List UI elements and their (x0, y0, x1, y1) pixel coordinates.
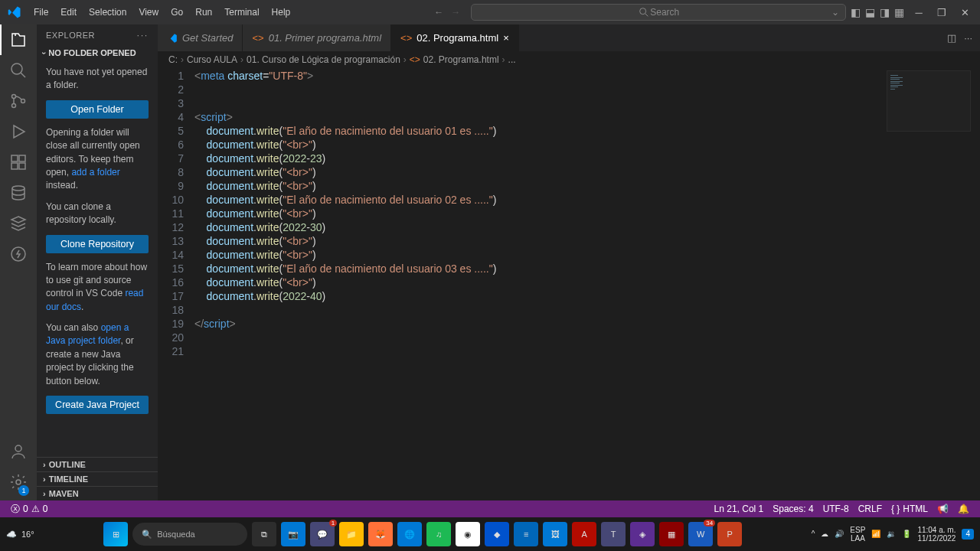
window-controls: ─ ❐ ✕ (908, 4, 975, 21)
explorer-app-icon[interactable]: 📁 (339, 522, 364, 546)
app-icon[interactable]: ▦ (659, 522, 684, 546)
acrobat-icon[interactable]: A (572, 522, 596, 546)
camera-app-icon[interactable]: 📷 (281, 522, 305, 546)
vs-icon[interactable]: ◈ (630, 522, 655, 546)
vscode-app-icon[interactable]: ≡ (514, 522, 538, 546)
nav-fwd-icon[interactable]: → (451, 7, 460, 18)
maven-section[interactable]: MAVEN (49, 489, 79, 498)
close-tab-icon[interactable]: × (503, 32, 509, 44)
svg-point-2 (12, 95, 16, 99)
layout-grid-icon[interactable]: ▦ (894, 6, 904, 18)
layout-controls: ◧ ⬓ ◨ ▦ (851, 6, 904, 18)
more-icon[interactable]: ··· (137, 31, 149, 40)
menu-view[interactable]: View (132, 4, 165, 21)
language-indicator[interactable]: ESPLAA (850, 526, 865, 543)
extensions-icon[interactable] (9, 153, 28, 171)
encoding-status[interactable]: UTF-8 (818, 504, 854, 514)
code-icon: { } (891, 504, 900, 514)
chevron-right-icon[interactable]: › (43, 474, 46, 484)
indent-status[interactable]: Spaces: 4 (768, 504, 818, 514)
problems-status[interactable]: ⓧ0⚠0 (6, 503, 52, 516)
layout-left-icon[interactable]: ◧ (851, 6, 861, 18)
power-icon[interactable] (9, 245, 28, 263)
close-icon[interactable]: ✕ (954, 4, 975, 21)
tab-label: Get Started (182, 32, 233, 44)
source-control-icon[interactable] (9, 92, 28, 110)
command-center[interactable]: Search ⌄ (471, 4, 846, 21)
activity-bar: 1 (0, 24, 37, 500)
menu-terminal[interactable]: Terminal (218, 4, 265, 21)
app-icon[interactable]: ◆ (485, 522, 509, 546)
chevron-down-icon[interactable] (43, 48, 45, 57)
start-button[interactable]: ⊞ (103, 522, 128, 546)
account-icon[interactable] (9, 442, 28, 461)
chevron-right-icon[interactable]: › (43, 460, 46, 469)
more-icon[interactable]: ··· (964, 32, 972, 44)
layout-right-icon[interactable]: ◨ (880, 6, 890, 18)
notifications-button[interactable]: 4 (962, 529, 974, 540)
explorer-icon[interactable] (9, 31, 28, 49)
vscode-logo-icon (167, 33, 178, 44)
chevron-right-icon[interactable]: › (43, 489, 46, 498)
add-folder-link[interactable]: add a folder (71, 167, 119, 178)
menu-go[interactable]: Go (165, 4, 189, 21)
notifications-icon[interactable]: 🔔 (953, 504, 974, 514)
word-icon[interactable]: W34 (688, 522, 713, 546)
line-numbers: 123456789101112131415161718192021 (158, 69, 194, 500)
feedback-icon[interactable]: 📢 (933, 504, 953, 514)
task-view-icon[interactable]: ⧉ (252, 522, 276, 546)
split-editor-icon[interactable]: ◫ (947, 32, 956, 44)
breadcrumb[interactable]: C:› Curso AULA› 01. Curso de Lógica de p… (158, 51, 980, 68)
create-java-button[interactable]: Create Java Project (46, 396, 149, 414)
powerpoint-icon[interactable]: P (717, 522, 742, 546)
language-mode[interactable]: { }HTML (887, 504, 933, 514)
svg-point-12 (16, 480, 21, 484)
maximize-icon[interactable]: ❐ (931, 4, 952, 21)
battery-icon[interactable]: 🔋 (902, 530, 911, 539)
menu-selection[interactable]: Selection (83, 4, 132, 21)
stack-icon[interactable] (9, 214, 28, 233)
weather-widget[interactable]: ☁️ 16° (6, 530, 34, 540)
menu-file[interactable]: File (28, 4, 54, 21)
open-folder-button[interactable]: Open Folder (46, 100, 149, 119)
volume-icon[interactable]: 🔊 (835, 530, 844, 539)
eol-status[interactable]: CRLF (854, 504, 887, 514)
database-icon[interactable] (9, 184, 28, 202)
chrome-icon[interactable]: ◉ (456, 522, 480, 546)
taskbar-search[interactable]: 🔍Búsqueda (132, 523, 247, 546)
outline-section[interactable]: OUTLINE (49, 460, 86, 469)
tab-get-started[interactable]: Get Started (158, 24, 243, 51)
cursor-position[interactable]: Ln 21, Col 1 (710, 504, 769, 514)
firefox-icon[interactable]: 🦊 (368, 522, 393, 546)
chat-app-icon[interactable]: 💬1 (310, 522, 335, 546)
code-editor[interactable]: 123456789101112131415161718192021 <meta … (158, 68, 980, 500)
onedrive-icon[interactable]: ☁ (821, 530, 828, 539)
tab-label: 02. Programa.html (416, 32, 498, 44)
search-icon[interactable] (9, 61, 28, 80)
layout-bottom-icon[interactable]: ⬓ (865, 6, 875, 18)
sound-icon[interactable]: 🔉 (887, 530, 896, 539)
edge-icon[interactable]: 🌐 (397, 522, 422, 546)
teams-icon[interactable]: T (601, 522, 626, 546)
wifi-icon[interactable]: 📶 (871, 530, 880, 539)
vscode-logo-icon (8, 5, 21, 19)
minimap[interactable]: ▬▬▬▬▬▬▬▬▬▬▬▬▬▬▬▬▬▬▬▬▬▬▬▬▬▬▬▬▬▬▬▬▬▬▬▬▬▬▬▬… (887, 70, 971, 132)
clock[interactable]: 11:04 a. m.11/12/2022 (917, 526, 956, 543)
menu-edit[interactable]: Edit (54, 4, 83, 21)
photos-app-icon[interactable]: 🖼 (543, 522, 567, 546)
clone-repo-button[interactable]: Clone Repository (46, 235, 149, 253)
nav-arrows: ← → (434, 7, 460, 18)
timeline-section[interactable]: TIMELINE (49, 474, 88, 484)
debug-icon[interactable] (9, 122, 28, 141)
menu-help[interactable]: Help (266, 4, 297, 21)
tab-primer-programa[interactable]: <> 01. Primer programa.html (243, 24, 391, 51)
code-body[interactable]: <meta charset="UTF-8"> <script> document… (194, 69, 980, 500)
no-folder-section[interactable]: NO FOLDER OPENED (48, 48, 136, 57)
menu-run[interactable]: Run (189, 4, 218, 21)
nav-back-icon[interactable]: ← (434, 7, 443, 18)
svg-point-4 (21, 99, 25, 103)
tray-chevron-icon[interactable]: ^ (812, 530, 815, 539)
spotify-icon[interactable]: ♫ (426, 522, 451, 546)
tab-programa-02[interactable]: <> 02. Programa.html × (391, 24, 519, 51)
minimize-icon[interactable]: ─ (908, 4, 929, 21)
